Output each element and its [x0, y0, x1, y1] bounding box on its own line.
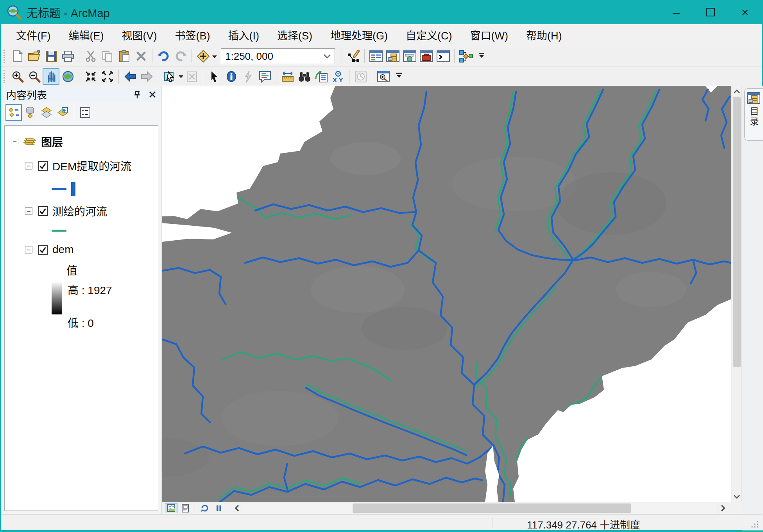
viewer-window-button[interactable]	[375, 68, 392, 85]
map-canvas[interactable]	[162, 86, 731, 502]
collapse-icon[interactable]	[11, 138, 18, 145]
list-by-visibility-button[interactable]	[38, 104, 55, 121]
horizontal-scroll-thumb[interactable]	[353, 503, 631, 513]
catalog-tab[interactable]: 目录	[744, 88, 763, 141]
list-by-selection-button[interactable]	[55, 104, 71, 121]
collapse-icon[interactable]	[25, 162, 32, 170]
surveyed-rivers-symbol[interactable]	[52, 230, 158, 232]
refresh-view-button[interactable]	[199, 503, 211, 513]
hyperlink-lightning-icon	[244, 70, 253, 83]
list-by-source-button[interactable]	[22, 104, 38, 121]
select-features-tool[interactable]	[161, 68, 178, 85]
arctoolbox-button[interactable]	[418, 48, 435, 65]
menu-bookmarks[interactable]: 书签(B)	[166, 24, 219, 46]
delete-button[interactable]	[133, 48, 149, 65]
maximize-button[interactable]	[693, 0, 728, 24]
identify-tool[interactable]	[223, 68, 240, 85]
layer-tree: 图层 DEM提取的河流	[4, 125, 158, 511]
close-button[interactable]: ×	[728, 0, 762, 24]
toolbar-options-button[interactable]	[476, 53, 487, 60]
maximize-icon	[706, 8, 715, 16]
layout-view-button[interactable]	[179, 503, 192, 513]
tree-row-dem-rivers[interactable]: DEM提取的河流	[25, 158, 158, 173]
menu-view[interactable]: 视图(V)	[113, 24, 166, 46]
menu-selection[interactable]: 选择(S)	[268, 24, 321, 46]
map-horizontal-scrollbar[interactable]	[242, 503, 716, 514]
scroll-up-button[interactable]	[732, 86, 742, 96]
html-popup-tool[interactable]	[256, 68, 273, 85]
scroll-left-button[interactable]	[231, 503, 243, 513]
tree-row-surveyed-rivers[interactable]: 测绘的河流	[25, 203, 158, 219]
list-by-drawing-order-button[interactable]	[5, 104, 22, 121]
menu-windows[interactable]: 窗口(W)	[461, 24, 517, 46]
map-vertical-scrollbar[interactable]	[732, 86, 742, 502]
hyperlink-tool[interactable]	[240, 68, 256, 85]
open-button[interactable]	[26, 48, 43, 65]
time-slider-button[interactable]	[352, 68, 369, 85]
scroll-down-button[interactable]	[732, 492, 742, 502]
full-extent-button[interactable]	[59, 68, 76, 85]
map-view[interactable]	[162, 86, 731, 502]
select-features-dropdown-arrow[interactable]	[179, 75, 183, 80]
table-of-contents-window-button[interactable]	[367, 48, 384, 65]
find-route-tool[interactable]	[313, 68, 330, 85]
minimize-button[interactable]: –	[659, 0, 693, 24]
redo-button[interactable]	[172, 48, 189, 65]
scroll-right-button[interactable]	[717, 503, 729, 513]
menu-file[interactable]: 文件(F)	[7, 24, 59, 46]
search-window-button[interactable]	[401, 48, 418, 65]
vertical-scroll-thumb[interactable]	[733, 97, 741, 367]
menu-insert[interactable]: 插入(I)	[219, 24, 268, 46]
print-icon	[62, 50, 74, 62]
zoom-out-tool[interactable]	[26, 68, 43, 85]
toolbar-grip[interactable]	[4, 50, 5, 63]
editor-tool-button[interactable]	[345, 48, 362, 65]
fixed-zoom-out-button[interactable]	[99, 68, 116, 85]
add-data-dropdown-arrow[interactable]	[212, 55, 217, 61]
modelbuilder-button[interactable]	[457, 48, 474, 65]
menu-edit[interactable]: 编辑(E)	[59, 24, 113, 46]
save-button[interactable]	[43, 48, 59, 65]
toolbar-options-button[interactable]	[393, 73, 405, 80]
tree-row-layers-root[interactable]: 图层	[11, 134, 158, 149]
toolbar-grip[interactable]	[4, 70, 5, 83]
fixed-zoom-in-button[interactable]	[82, 68, 99, 85]
menu-customize[interactable]: 自定义(C)	[397, 24, 461, 46]
go-back-extent-button[interactable]	[122, 68, 138, 85]
python-window-button[interactable]	[435, 48, 451, 65]
paste-button[interactable]	[116, 48, 133, 65]
dem-rivers-symbol[interactable]	[52, 182, 158, 196]
layer-checkbox[interactable]	[38, 161, 48, 171]
collapse-icon[interactable]	[25, 207, 32, 215]
resize-grip[interactable]	[750, 520, 759, 528]
clear-selection-button[interactable]	[183, 68, 200, 85]
menu-help[interactable]: 帮助(H)	[517, 24, 571, 46]
layer-checkbox[interactable]	[38, 245, 48, 255]
go-to-xy-tool[interactable]: X Y	[330, 68, 346, 85]
new-document-button[interactable]	[9, 48, 26, 65]
add-data-icon	[197, 50, 210, 63]
find-tool[interactable]	[296, 68, 313, 85]
data-view-icon	[167, 504, 176, 512]
cut-button[interactable]	[82, 48, 99, 65]
pan-tool[interactable]	[43, 68, 59, 85]
toc-close-icon[interactable]	[149, 91, 156, 98]
toc-options-button[interactable]	[77, 104, 93, 121]
catalog-window-button[interactable]	[384, 48, 401, 65]
layer-checkbox[interactable]	[38, 206, 48, 216]
zoom-in-tool[interactable]	[9, 68, 26, 85]
map-scale-combobox[interactable]: 1:250, 000	[221, 48, 335, 64]
pin-icon[interactable]	[133, 90, 141, 99]
print-button[interactable]	[59, 48, 76, 65]
select-elements-tool[interactable]	[206, 68, 223, 85]
measure-tool[interactable]	[279, 68, 296, 85]
copy-button[interactable]	[99, 48, 116, 65]
collapse-icon[interactable]	[25, 246, 32, 254]
add-data-button[interactable]	[195, 48, 211, 65]
pause-drawing-button[interactable]	[213, 503, 225, 513]
undo-button[interactable]	[155, 48, 172, 65]
data-view-button[interactable]	[165, 503, 177, 513]
tree-row-dem[interactable]: dem	[25, 243, 158, 256]
go-forward-extent-button[interactable]	[138, 68, 155, 85]
menu-geoprocessing[interactable]: 地理处理(G)	[321, 24, 397, 46]
